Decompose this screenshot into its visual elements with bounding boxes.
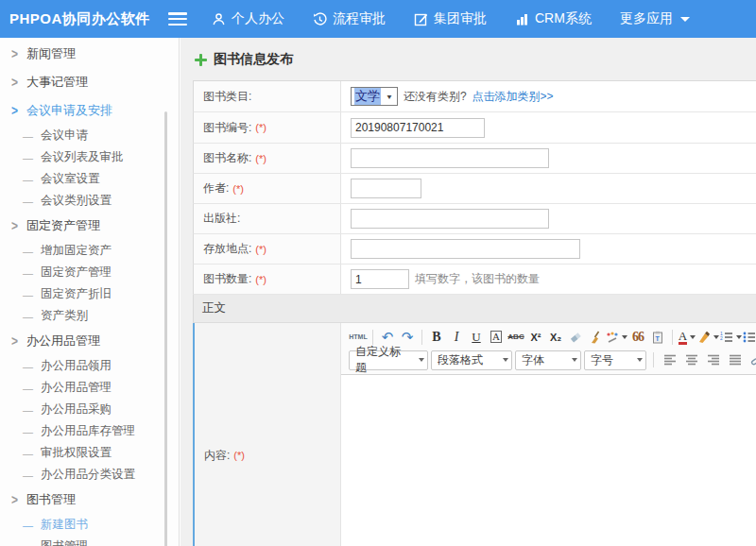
page-title: 图书信息发布 (195, 46, 293, 73)
app-logo: PHPOA协同办公软件 (0, 10, 168, 28)
book-name-input[interactable] (351, 148, 549, 168)
sidebar-item-fixed-asset-depreciation[interactable]: —固定资产折旧 (0, 283, 179, 305)
book-category-select[interactable]: 文学 ▼ (351, 87, 398, 106)
nav-group-approval[interactable]: 集团审批 (414, 10, 487, 27)
nav-workflow-approval[interactable]: 流程审批 (313, 10, 386, 27)
category-hint: 还没有类别? (404, 89, 467, 105)
sidebar-group-news[interactable]: >新闻管理 (0, 40, 179, 68)
nav-label: 更多应用 (620, 10, 673, 27)
book-quantity-input[interactable] (351, 269, 409, 289)
nav-label: 个人办公 (232, 10, 284, 27)
sidebar-item-supplies-category[interactable]: —办公用品分类设置 (0, 464, 179, 486)
history-clock-icon (313, 12, 327, 26)
sidebar-item-supplies-inventory[interactable]: —办公用品库存管理 (0, 420, 179, 442)
sidebar-item-supplies-requisition[interactable]: —办公用品领用 (0, 355, 179, 377)
sidebar-group-fixed-assets[interactable]: >固定资产管理 (0, 212, 179, 240)
sidebar-group-office-supplies[interactable]: >办公用品管理 (0, 327, 179, 355)
font-size-select[interactable]: 字号 (584, 350, 646, 370)
align-right-icon (707, 353, 720, 367)
clipboard-icon: T (651, 331, 664, 344)
typeset-pencil-icon (606, 331, 619, 344)
required-mark: (*) (255, 274, 266, 285)
field-label: 出版社: (203, 211, 240, 227)
required-mark: (*) (255, 153, 266, 164)
sidebar-group-memorabilia[interactable]: >大事记管理 (0, 68, 179, 96)
form-row-book-name: 图书名称: (*) (193, 144, 756, 174)
sidebar-item-supplies-purchase[interactable]: —办公用品采购 (0, 399, 179, 420)
field-label: 存放地点: (203, 241, 251, 257)
sidebar-item-meeting-room-setting[interactable]: —会议室设置 (0, 168, 179, 190)
app-window: PHPOA协同办公软件 个人办公 流程审批 集团审批 (0, 0, 756, 546)
custom-title-select[interactable]: 自定义标题 (349, 350, 428, 370)
ordered-list-button[interactable]: 12 (720, 328, 742, 347)
form-row-publisher: 出版社: (193, 204, 756, 234)
subscript-button[interactable]: X₂ (546, 328, 565, 347)
sidebar-item-new-book[interactable]: —新建图书 (0, 514, 179, 536)
form-row-book-number: 图书编号: (*) (193, 112, 756, 144)
font-family-select[interactable]: 字体 (515, 350, 581, 370)
caret-down-icon (419, 358, 424, 362)
caret-down-icon (736, 335, 742, 339)
blockquote-button[interactable]: 66 (628, 328, 647, 347)
font-border-button[interactable]: A (490, 331, 502, 343)
sidebar-item-supplies-mgmt[interactable]: —办公用品管理 (0, 377, 179, 399)
hamburger-menu-icon[interactable] (168, 12, 187, 26)
edit-square-icon (414, 12, 428, 26)
superscript-button[interactable]: X² (526, 328, 545, 347)
field-label: 图书类目: (203, 89, 251, 105)
auto-typeset-button[interactable] (606, 328, 627, 347)
nav-crm-system[interactable]: CRM系统 (515, 10, 592, 27)
format-match-button[interactable] (586, 328, 605, 347)
nav-label: 流程审批 (333, 10, 386, 27)
author-input[interactable] (351, 179, 421, 198)
sidebar-item-meeting-list-approval[interactable]: —会议列表及审批 (0, 146, 179, 168)
highlight-color-button[interactable] (697, 328, 719, 347)
sidebar-group-books[interactable]: >图书管理 (0, 486, 179, 514)
font-color-button[interactable]: A (678, 328, 696, 347)
strikethrough-button[interactable]: ABC (507, 328, 525, 347)
broom-icon (589, 331, 602, 344)
eraser-icon (569, 331, 582, 344)
nav-more-apps[interactable]: 更多应用 (620, 10, 690, 27)
align-left-button[interactable] (661, 350, 679, 369)
sidebar-group-meeting[interactable]: >会议申请及安排 (0, 96, 179, 125)
nav-label: CRM系统 (535, 10, 592, 27)
sidebar-item-meeting-apply[interactable]: —会议申请 (0, 125, 179, 146)
align-center-button[interactable] (682, 350, 701, 369)
bold-button[interactable]: B (427, 328, 446, 347)
form-row-storage-location: 存放地点: (*) (193, 234, 756, 264)
editor-content-area[interactable] (341, 375, 756, 546)
caret-down-icon (637, 358, 643, 362)
sidebar-item-asset-category[interactable]: —资产类别 (0, 305, 179, 327)
insert-link-button[interactable] (747, 350, 756, 369)
field-label: 图书编号: (203, 120, 251, 136)
publisher-input[interactable] (351, 209, 549, 229)
underline-button[interactable]: U (467, 328, 486, 347)
svg-text:T: T (656, 334, 661, 341)
sidebar-item-meeting-category-setting[interactable]: —会议类别设置 (0, 190, 179, 212)
add-category-link[interactable]: 点击添加类别>> (472, 89, 554, 105)
paragraph-format-select[interactable]: 段落格式 (431, 350, 512, 370)
sidebar-item-add-fixed-asset[interactable]: —增加固定资产 (0, 240, 179, 262)
editor-toolbar-row-2: 自定义标题 段落格式 字体 (349, 348, 756, 372)
align-right-button[interactable] (704, 350, 723, 369)
align-justify-button[interactable] (726, 350, 745, 369)
field-label: 图书数量: (203, 271, 251, 287)
nav-personal-office[interactable]: 个人办公 (212, 10, 284, 27)
paste-plain-button[interactable]: T (648, 328, 667, 347)
sidebar-item-book-mgmt[interactable]: —图书管理 (0, 536, 179, 546)
sidebar-item-approval-permission[interactable]: —审批权限设置 (0, 442, 179, 464)
plus-icon (195, 54, 207, 66)
sidebar-scrollbar-thumb[interactable] (164, 111, 167, 546)
italic-button[interactable]: I (447, 328, 466, 347)
caret-down-icon (622, 335, 627, 339)
person-icon (212, 12, 226, 26)
rich-text-editor: HTML ↶ ↷ B I U A ABC X² X₂ (341, 323, 756, 546)
sidebar-item-fixed-asset-mgmt[interactable]: —固定资产管理 (0, 262, 179, 283)
remove-format-button[interactable] (566, 328, 585, 347)
marker-pen-icon (697, 331, 711, 344)
book-publish-form: 图书类目: 文学 ▼ 还没有类别? 点击添加类别>> 图书编号: (*) (193, 80, 756, 546)
storage-location-input[interactable] (351, 239, 580, 259)
unordered-list-button[interactable] (743, 328, 756, 347)
book-number-input[interactable] (351, 118, 485, 138)
